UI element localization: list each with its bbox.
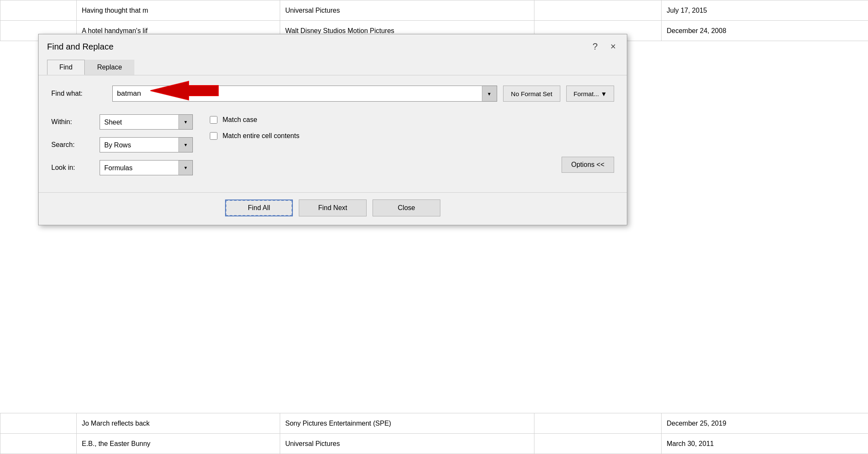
tab-find[interactable]: Find xyxy=(47,60,85,75)
dialog-title-buttons: ? × xyxy=(590,40,618,53)
match-case-checkbox[interactable] xyxy=(210,116,217,124)
within-row: Within: Sheet Workbook ▾ xyxy=(51,114,193,130)
dialog-body: Find what: ▾ xyxy=(39,75,627,192)
within-label: Within: xyxy=(51,118,94,126)
within-select[interactable]: Sheet Workbook xyxy=(100,114,193,130)
format-button[interactable]: Format... ▼ xyxy=(566,86,614,102)
find-all-button[interactable]: Find All xyxy=(225,199,293,216)
match-entire-row: Match entire cell contents xyxy=(210,132,614,140)
search-select-wrapper: By Rows By Columns ▾ xyxy=(100,137,193,152)
find-dropdown-arrow[interactable]: ▾ xyxy=(482,86,497,102)
options-btn-row: Options << xyxy=(210,157,614,173)
match-case-row: Match case xyxy=(210,116,614,124)
look-in-select-wrapper: Formulas Values Notes ▾ xyxy=(100,160,193,175)
dialog-title: Find and Replace xyxy=(47,42,114,52)
look-in-row: Look in: Formulas Values Notes ▾ xyxy=(51,160,193,175)
options-left: Within: Sheet Workbook ▾ Search: By Rows xyxy=(51,114,193,175)
match-entire-checkbox[interactable] xyxy=(210,132,217,140)
find-input-wrapper: ▾ xyxy=(112,86,497,102)
tab-replace[interactable]: Replace xyxy=(85,60,134,75)
find-next-button[interactable]: Find Next xyxy=(299,199,367,216)
search-label: Search: xyxy=(51,141,94,149)
checkboxes-area: Match case Match entire cell contents xyxy=(210,114,614,140)
find-what-input[interactable] xyxy=(112,86,497,102)
find-what-row: Find what: ▾ xyxy=(51,86,614,102)
within-select-wrapper: Sheet Workbook ▾ xyxy=(100,114,193,130)
match-entire-label: Match entire cell contents xyxy=(223,132,299,140)
close-button[interactable]: × xyxy=(608,40,618,53)
search-row: Search: By Rows By Columns ▾ xyxy=(51,137,193,152)
search-select[interactable]: By Rows By Columns xyxy=(100,137,193,152)
find-replace-dialog: Find and Replace ? × Find Replace Find w… xyxy=(38,34,627,225)
help-button[interactable]: ? xyxy=(590,40,600,53)
options-area: Within: Sheet Workbook ▾ Search: By Rows xyxy=(51,114,614,175)
dialog-titlebar: Find and Replace ? × xyxy=(39,34,627,57)
no-format-button[interactable]: No Format Set xyxy=(503,86,561,102)
table-row: Jo March reflects back Sony Pictures Ent… xyxy=(0,413,868,434)
match-case-label: Match case xyxy=(223,116,257,124)
options-right-area: Match case Match entire cell contents Op… xyxy=(210,114,614,175)
table-row: Having thought that m Universal Pictures… xyxy=(0,0,868,21)
table-row: E.B., the Easter Bunny Universal Picture… xyxy=(0,434,868,454)
dialog-footer: Find All Find Next Close xyxy=(39,192,627,225)
find-what-label: Find what: xyxy=(51,90,106,97)
look-in-select[interactable]: Formulas Values Notes xyxy=(100,160,193,175)
close-dialog-button[interactable]: Close xyxy=(373,199,440,216)
dialog-tabs: Find Replace xyxy=(39,60,627,75)
options-button[interactable]: Options << xyxy=(562,157,614,173)
bottom-spreadsheet: Jo March reflects back Sony Pictures Ent… xyxy=(0,413,868,454)
look-in-label: Look in: xyxy=(51,164,94,172)
